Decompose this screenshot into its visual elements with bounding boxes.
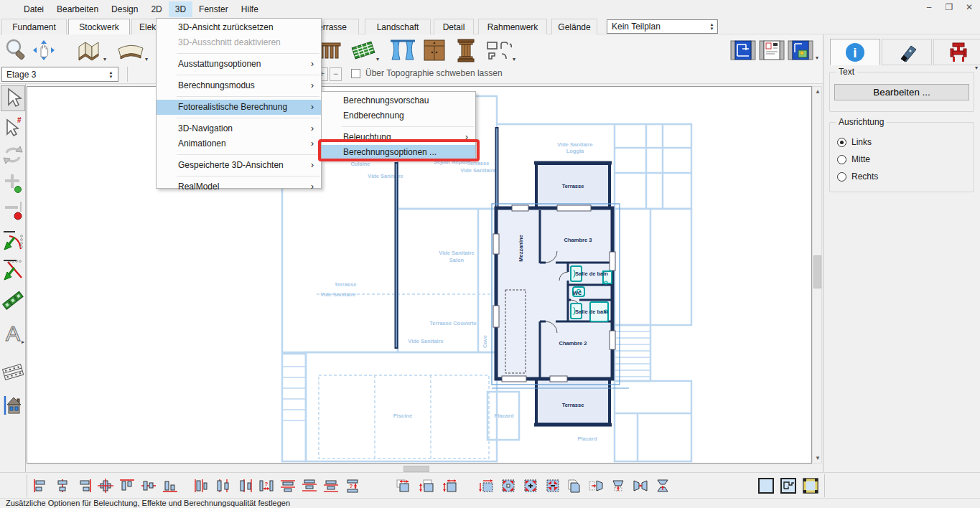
- floor-selector[interactable]: Etage 3 ▲▼: [1, 67, 118, 82]
- add-object-tool-button[interactable]: [1, 171, 25, 197]
- carpet-tool-button[interactable]: ▾: [346, 37, 381, 64]
- menu-fenster[interactable]: Fenster: [192, 1, 235, 17]
- teilplan-select[interactable]: Kein Teilplan ▲▼: [607, 19, 718, 34]
- tab-info[interactable]: i: [830, 39, 880, 65]
- menu-item-realmodel[interactable]: RealModel›: [157, 179, 321, 194]
- radio-mitte[interactable]: Mitte: [837, 154, 966, 164]
- current-floor-plan[interactable]: Terrasse Chambre 3 Salle de bain WC Sall…: [396, 127, 629, 425]
- enlarge-icon[interactable]: [521, 476, 539, 494]
- menu-item-berechnungsvorschau[interactable]: Berechnungsvorschau: [322, 93, 475, 108]
- plan-frame-icon[interactable]: [779, 476, 797, 494]
- horizontal-scroll-thumb[interactable]: [403, 466, 429, 472]
- center-both-icon[interactable]: [96, 476, 114, 494]
- align-center-vertical-icon[interactable]: [53, 476, 71, 494]
- align-middle-icon[interactable]: [139, 476, 157, 494]
- restore-button[interactable]: ❐: [943, 2, 956, 12]
- column-tool-button[interactable]: [452, 37, 480, 64]
- duplicate-icon[interactable]: [564, 476, 582, 494]
- spinner-icon[interactable]: ▲▼: [106, 68, 116, 81]
- space-center-horizontal-icon[interactable]: [214, 476, 232, 494]
- layout-view-button[interactable]: [758, 37, 785, 64]
- radio-rechts[interactable]: Rechts: [837, 171, 966, 182]
- framed-view-icon[interactable]: [801, 476, 819, 494]
- room-shape-tool-button[interactable]: ▾: [482, 37, 517, 64]
- pan-tool-button[interactable]: [30, 37, 57, 64]
- tab-detail[interactable]: Detail: [434, 19, 474, 34]
- space-vertical-custom-icon[interactable]: ?: [343, 476, 361, 494]
- menu-item-ausstattungsoptionen[interactable]: Ausstattungsoptionen›: [157, 57, 321, 72]
- space-horizontal-custom-icon[interactable]: ?: [257, 476, 275, 494]
- shrink-icon[interactable]: [543, 476, 561, 494]
- dropdown-arrow-icon[interactable]: ▾: [376, 56, 379, 62]
- wall-tool-button[interactable]: ▾: [73, 37, 106, 64]
- menu-bearbeiten[interactable]: Bearbeiten: [50, 1, 105, 17]
- elevation-tool-button[interactable]: [1, 392, 25, 418]
- dropdown-arrow-icon[interactable]: ▾: [145, 56, 148, 62]
- zoom-tool-button[interactable]: [3, 37, 29, 64]
- align-left-icon[interactable]: [32, 476, 50, 494]
- radio-button-icon[interactable]: [837, 155, 846, 164]
- menu-item-berechnungsoptionen[interactable]: Berechnungsoptionen ...: [322, 145, 475, 160]
- tab-landschaft[interactable]: Landschaft: [365, 19, 431, 34]
- edit-text-button[interactable]: Bearbeiten ...: [834, 84, 969, 100]
- spinner-icon[interactable]: ▲▼: [706, 20, 717, 33]
- menu-design[interactable]: Design: [105, 1, 144, 17]
- radio-links[interactable]: Links: [837, 137, 966, 147]
- curved-wall-tool-button[interactable]: ▾: [113, 37, 148, 64]
- close-button[interactable]: ✕: [963, 2, 976, 12]
- radio-button-icon[interactable]: [837, 138, 846, 147]
- scroll-down-icon[interactable]: ▼: [813, 455, 823, 461]
- menu-item-fotorealistische-berechnung[interactable]: Fotorealistische Berechnung›: [157, 100, 321, 115]
- text-tool-button[interactable]: A ▸: [1, 321, 25, 347]
- flyout-arrow-icon[interactable]: ▸: [22, 339, 24, 345]
- dropdown-arrow-icon[interactable]: ▾: [103, 56, 106, 62]
- tab-furnish[interactable]: [933, 39, 980, 65]
- menu-2d[interactable]: 2D: [144, 1, 168, 17]
- dropdown-arrow-icon[interactable]: ▾: [816, 55, 818, 61]
- zoom-out-button[interactable]: −: [330, 67, 342, 81]
- menu-item-reset-3d-view[interactable]: 3D-Ansicht zurücksetzen: [157, 20, 321, 35]
- tab-stockwerk[interactable]: Stockwerk: [68, 19, 130, 34]
- align-right-icon[interactable]: [75, 476, 93, 494]
- tab-draw[interactable]: [882, 39, 932, 65]
- scroll-up-icon[interactable]: ▲: [813, 88, 823, 95]
- vertical-scrollbar[interactable]: ▲ ▼: [812, 86, 822, 464]
- menu-3d[interactable]: 3D: [169, 1, 192, 17]
- video-tool-button[interactable]: [1, 359, 25, 385]
- mirror-vertical-icon[interactable]: [653, 476, 671, 494]
- menu-item-endberechnung[interactable]: Endberechnung: [322, 108, 475, 123]
- fit-selection-icon[interactable]: [499, 476, 517, 494]
- space-bottom-icon[interactable]: [322, 476, 340, 494]
- resize-free-icon[interactable]: [477, 476, 495, 494]
- space-right-icon[interactable]: [235, 476, 253, 494]
- menu-item-gespeicherte-3d-ansichten[interactable]: Gespeicherte 3D-Ansichten›: [157, 158, 321, 173]
- menu-item-animationen[interactable]: Animationen›: [157, 136, 321, 151]
- align-top-icon[interactable]: [118, 476, 136, 494]
- plain-frame-icon[interactable]: [757, 476, 775, 494]
- match-width-icon[interactable]: [393, 476, 411, 494]
- plan-view-button[interactable]: [729, 37, 757, 64]
- menu-item-berechnungsmodus[interactable]: Berechnungsmodus›: [157, 78, 321, 93]
- menu-hilfe[interactable]: Hilfe: [235, 1, 265, 17]
- tab-rahmenwerk[interactable]: Rahmenwerk: [478, 19, 547, 34]
- topography-checkbox[interactable]: [351, 69, 360, 78]
- space-middle-icon[interactable]: [300, 476, 318, 494]
- select-similar-tool-button[interactable]: #: [1, 113, 25, 139]
- curtain-tool-button[interactable]: [388, 37, 418, 64]
- split-tool-button[interactable]: [1, 258, 25, 284]
- remove-object-tool-button[interactable]: [1, 199, 25, 225]
- mirror-horizontal-icon[interactable]: [631, 476, 649, 494]
- menu-datei[interactable]: Datei: [17, 1, 50, 17]
- tab-gelaende[interactable]: Gelände: [551, 19, 597, 34]
- render-view-button[interactable]: ▾: [787, 37, 814, 64]
- menu-item-3d-navigation[interactable]: 3D-Navigation›: [157, 121, 321, 136]
- align-bottom-icon[interactable]: [161, 476, 179, 494]
- cabinet-tool-button[interactable]: [419, 37, 449, 64]
- tab-fundament[interactable]: Fundament: [1, 19, 67, 34]
- hedge-tool-button[interactable]: [1, 287, 25, 313]
- flip-up-icon[interactable]: [609, 476, 627, 494]
- panel-overflow-arrow-icon[interactable]: ▾: [975, 65, 978, 71]
- radio-button-icon[interactable]: [837, 172, 846, 182]
- menu-item-beleuchtung[interactable]: Beleuchtung›: [322, 130, 475, 145]
- flip-left-icon[interactable]: [587, 476, 605, 494]
